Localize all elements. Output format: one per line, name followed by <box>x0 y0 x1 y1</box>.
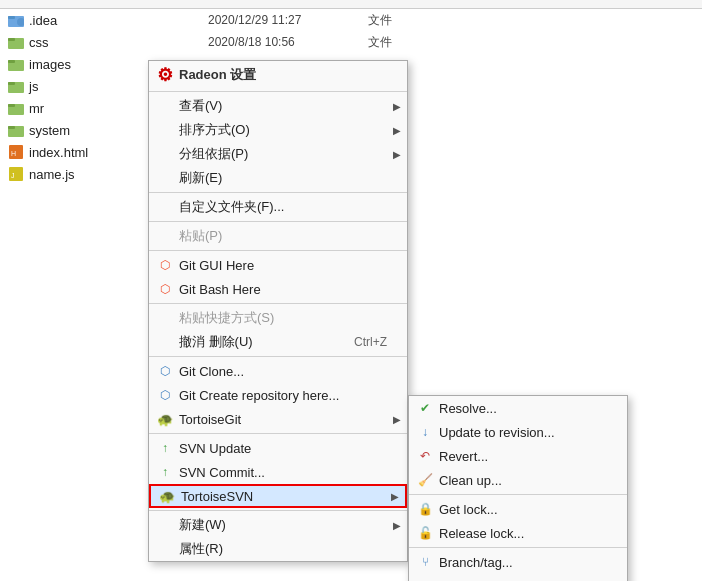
menu-item-svncommit[interactable]: ↑ SVN Commit... <box>149 460 407 484</box>
menu-icon <box>157 310 173 326</box>
submenu-arrow: ▶ <box>393 149 401 160</box>
file-date: 2020/12/29 11:27 <box>208 13 368 27</box>
menu-icon: ⬡ <box>157 363 173 379</box>
menu-icon: ↑ <box>157 464 173 480</box>
menu-label: 撤消 删除(U) <box>179 333 253 351</box>
menu-label: Clean up... <box>439 473 502 488</box>
menu-label: Resolve... <box>439 401 497 416</box>
menu-separator <box>149 250 407 251</box>
menu-item-updatetorevision[interactable]: ↓ Update to revision... <box>409 420 627 444</box>
menu-icon: ⬡ <box>157 387 173 403</box>
menu-separator <box>149 356 407 357</box>
svg-text:J: J <box>11 172 15 179</box>
menu-label: 粘贴快捷方式(S) <box>179 309 274 327</box>
menu-icon: 🧹 <box>417 472 433 488</box>
menu-item-gitclone[interactable]: ⬡ Git Clone... <box>149 359 407 383</box>
menu-label: TortoiseSVN <box>181 489 253 504</box>
submenu-arrow: ▶ <box>393 125 401 136</box>
menu-item-getlock[interactable]: 🔒 Get lock... <box>409 497 627 521</box>
menu-label: TortoiseGit <box>179 412 241 427</box>
menu-icon <box>157 541 173 557</box>
context-menu-tortoise-svn: ✔ Resolve... ↓ Update to revision... ↶ R… <box>408 395 628 581</box>
file-type: 文件 <box>368 12 448 29</box>
menu-item-switch[interactable]: ⇄ Switch... <box>409 574 627 581</box>
file-row[interactable]: css 2020/8/18 10:56 文件 <box>0 31 702 53</box>
menu-item-f[interactable]: 自定义文件夹(F)... <box>149 195 407 219</box>
menu-item-resolve[interactable]: ✔ Resolve... <box>409 396 627 420</box>
menu-item-r[interactable]: 属性(R) <box>149 537 407 561</box>
menu-icon <box>157 199 173 215</box>
svg-rect-8 <box>8 82 15 85</box>
menu-label: 属性(R) <box>179 540 223 558</box>
menu-icon <box>157 146 173 162</box>
menu-label: Git Bash Here <box>179 282 261 297</box>
menu-header-radeon: ⚙Radeon 设置 <box>149 61 407 89</box>
menu-label: 自定义文件夹(F)... <box>179 198 284 216</box>
menu-item-revert[interactable]: ↶ Revert... <box>409 444 627 468</box>
menu-item-v[interactable]: 查看(V) ▶ <box>149 94 407 118</box>
context-menu-main: ⚙Radeon 设置 查看(V) ▶ 排序方式(O) ▶ 分组依据(P) ▶ 刷… <box>148 60 408 562</box>
menu-item-s[interactable]: 粘贴快捷方式(S) <box>149 306 407 330</box>
menu-item-tortoisegit[interactable]: 🐢 TortoiseGit ▶ <box>149 407 407 431</box>
menu-icon: ⬡ <box>157 257 173 273</box>
file-icon <box>8 56 24 72</box>
menu-item-p[interactable]: 分组依据(P) ▶ <box>149 142 407 166</box>
menu-item-e[interactable]: 刷新(E) <box>149 166 407 190</box>
file-row[interactable]: .idea 2020/12/29 11:27 文件 <box>0 9 702 31</box>
file-icon <box>8 122 24 138</box>
menu-label: SVN Commit... <box>179 465 265 480</box>
svg-rect-12 <box>8 126 15 129</box>
svg-rect-6 <box>8 60 15 63</box>
menu-separator <box>149 221 407 222</box>
menu-icon <box>157 517 173 533</box>
file-icon <box>8 12 24 28</box>
menu-item-releaselock[interactable]: 🔓 Release lock... <box>409 521 627 545</box>
menu-icon: 🔓 <box>417 525 433 541</box>
menu-label: Git Clone... <box>179 364 244 379</box>
menu-item-branchtag[interactable]: ⑂ Branch/tag... <box>409 550 627 574</box>
menu-separator <box>149 510 407 511</box>
menu-label: SVN Update <box>179 441 251 456</box>
menu-icon: 🔒 <box>417 501 433 517</box>
menu-icon <box>157 98 173 114</box>
menu-item-o[interactable]: 排序方式(O) ▶ <box>149 118 407 142</box>
menu-label: 排序方式(O) <box>179 121 250 139</box>
menu-label: Get lock... <box>439 502 498 517</box>
menu-shortcut: Ctrl+Z <box>354 335 387 349</box>
file-icon <box>8 100 24 116</box>
menu-item-cleanup[interactable]: 🧹 Clean up... <box>409 468 627 492</box>
file-name: .idea <box>8 12 208 28</box>
menu-item-w[interactable]: 新建(W) ▶ <box>149 513 407 537</box>
menu-icon <box>157 334 173 350</box>
menu-label: 新建(W) <box>179 516 226 534</box>
menu-icon <box>157 170 173 186</box>
menu-icon: ⑂ <box>417 554 433 570</box>
file-icon <box>8 78 24 94</box>
submenu-arrow: ▶ <box>393 414 401 425</box>
menu-icon <box>157 228 173 244</box>
submenu-arrow: ▶ <box>391 491 399 502</box>
menu-item-svnupdate[interactable]: ↑ SVN Update <box>149 436 407 460</box>
menu-item-p[interactable]: 粘贴(P) <box>149 224 407 248</box>
menu-icon: ↑ <box>157 440 173 456</box>
svg-rect-4 <box>8 38 15 41</box>
menu-icon: ⬡ <box>157 281 173 297</box>
menu-icon: ✔ <box>417 400 433 416</box>
file-icon <box>8 34 24 50</box>
menu-item-tortoisesvn[interactable]: 🐢 TortoiseSVN ▶ <box>149 484 407 508</box>
menu-label: Release lock... <box>439 526 524 541</box>
menu-label: Branch/tag... <box>439 555 513 570</box>
menu-separator <box>149 303 407 304</box>
menu-label: 刷新(E) <box>179 169 222 187</box>
menu-item-gitguihere[interactable]: ⬡ Git GUI Here <box>149 253 407 277</box>
menu-label: Revert... <box>439 449 488 464</box>
menu-label: Git Create repository here... <box>179 388 339 403</box>
submenu-arrow: ▶ <box>393 101 401 112</box>
menu-item-u[interactable]: 撤消 删除(U) Ctrl+Z <box>149 330 407 354</box>
menu-item-gitcreaterepositoryhere[interactable]: ⬡ Git Create repository here... <box>149 383 407 407</box>
menu-label: 粘贴(P) <box>179 227 222 245</box>
menu-icon <box>157 122 173 138</box>
menu-item-gitbashhere[interactable]: ⬡ Git Bash Here <box>149 277 407 301</box>
file-date: 2020/8/18 10:56 <box>208 35 368 49</box>
menu-icon: ↓ <box>417 424 433 440</box>
